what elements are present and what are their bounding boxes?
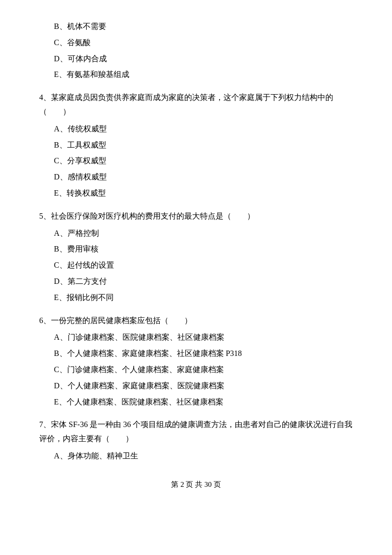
option-item: C、谷氨酸	[54, 36, 353, 50]
option-item: E、转换权威型	[54, 186, 353, 201]
question-text: 5、社会医疗保险对医疗机构的费用支付的最大特点是（ ）	[39, 209, 353, 224]
option-label: E、转换权威型	[54, 189, 106, 197]
option-item: C、门诊健康档案、个人健康档案、家庭健康档案	[54, 363, 353, 377]
option-label: A、门诊健康档案、医院健康档案、社区健康档案	[54, 333, 224, 341]
option-label: C、分享权威型	[54, 156, 106, 165]
question-continuation: B、机体不需要 C、谷氨酸 D、可体内合成 E、有氨基和羧基组成	[39, 20, 353, 82]
option-item: A、严格控制	[54, 227, 353, 241]
options-list: A、传统权威型 B、工具权威型 C、分享权威型 D、感情权威型 E、转换权威型	[39, 122, 353, 201]
option-label: B、个人健康档案、家庭健康档案、社区健康档案 P318	[54, 349, 242, 357]
page-content: B、机体不需要 C、谷氨酸 D、可体内合成 E、有氨基和羧基组成 4、某家庭成员…	[0, 0, 392, 521]
option-label: D、感情权威型	[54, 173, 107, 181]
question-6: 6、一份完整的居民健康档案应包括（ ） A、门诊健康档案、医院健康档案、社区健康…	[39, 314, 353, 409]
question-text: 7、宋体 SF-36 是一种由 36 个项目组成的健康调查方法，由患者对自己的健…	[39, 418, 353, 446]
options-list: A、身体功能、精神卫生	[39, 449, 353, 463]
option-item: C、分享权威型	[54, 154, 353, 168]
option-label: D、个人健康档案、家庭健康档案、医院健康档案	[54, 381, 224, 390]
option-item: A、传统权威型	[54, 122, 353, 136]
options-list: B、机体不需要 C、谷氨酸 D、可体内合成 E、有氨基和羧基组成	[39, 20, 353, 82]
option-item: C、起付线的设置	[54, 258, 353, 273]
option-item: E、报销比例不同	[54, 291, 353, 305]
option-label: E、有氨基和羧基组成	[54, 70, 129, 78]
options-list: A、严格控制 B、费用审核 C、起付线的设置 D、第二方支付 E、报销比例不同	[39, 227, 353, 305]
option-label: C、谷氨酸	[54, 38, 91, 47]
question-4: 4、某家庭成员因负责供养家庭而成为家庭的决策者，这个家庭属于下列权力结构中的（ …	[39, 91, 353, 201]
option-label: D、第二方支付	[54, 277, 107, 285]
options-list: A、门诊健康档案、医院健康档案、社区健康档案 B、个人健康档案、家庭健康档案、社…	[39, 330, 353, 409]
option-label: A、身体功能、精神卫生	[54, 452, 138, 460]
option-label: B、机体不需要	[54, 22, 106, 30]
option-label: B、费用审核	[54, 245, 98, 253]
option-item: E、有氨基和羧基组成	[54, 68, 353, 82]
option-item: D、第二方支付	[54, 275, 353, 289]
option-label: E、个人健康档案、医院健康档案、社区健康档案	[54, 398, 223, 406]
option-item: D、个人健康档案、家庭健康档案、医院健康档案	[54, 379, 353, 393]
option-item: B、工具权威型	[54, 138, 353, 152]
option-item: E、个人健康档案、医院健康档案、社区健康档案	[54, 395, 353, 409]
question-5: 5、社会医疗保险对医疗机构的费用支付的最大特点是（ ） A、严格控制 B、费用审…	[39, 209, 353, 305]
option-item: B、机体不需要	[54, 20, 353, 34]
question-text: 4、某家庭成员因负责供养家庭而成为家庭的决策者，这个家庭属于下列权力结构中的（ …	[39, 91, 353, 119]
page-number: 第 2 页 共 30 页	[171, 480, 220, 488]
option-item: D、感情权威型	[54, 170, 353, 184]
page-footer: 第 2 页 共 30 页	[39, 478, 353, 491]
option-label: A、传统权威型	[54, 125, 107, 133]
option-item: A、身体功能、精神卫生	[54, 449, 353, 463]
option-label: C、起付线的设置	[54, 261, 114, 269]
option-label: D、可体内合成	[54, 54, 107, 63]
option-label: B、工具权威型	[54, 141, 106, 149]
option-item: D、可体内合成	[54, 52, 353, 66]
option-item: A、门诊健康档案、医院健康档案、社区健康档案	[54, 330, 353, 345]
option-item: B、费用审核	[54, 242, 353, 256]
option-label: E、报销比例不同	[54, 293, 114, 302]
option-label: C、门诊健康档案、个人健康档案、家庭健康档案	[54, 365, 224, 374]
option-label: A、严格控制	[54, 229, 99, 237]
question-7: 7、宋体 SF-36 是一种由 36 个项目组成的健康调查方法，由患者对自己的健…	[39, 418, 353, 463]
question-text: 6、一份完整的居民健康档案应包括（ ）	[39, 314, 353, 328]
option-item: B、个人健康档案、家庭健康档案、社区健康档案 P318	[54, 347, 353, 361]
